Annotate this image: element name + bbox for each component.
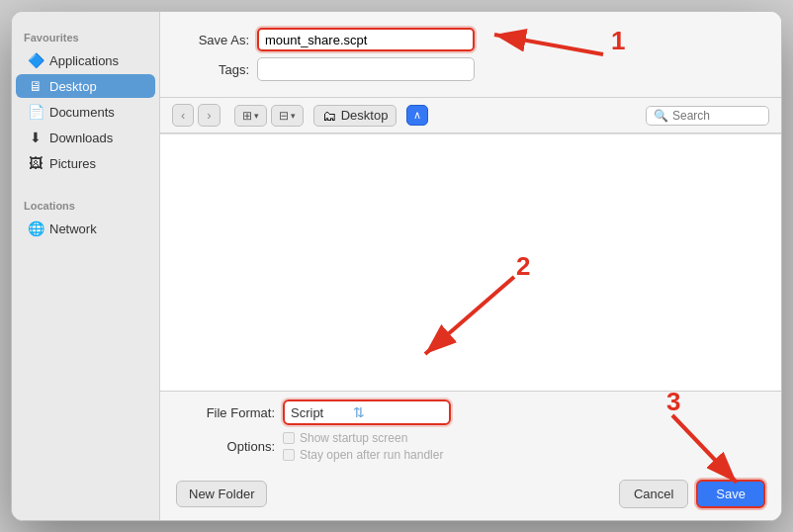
pictures-label: Pictures xyxy=(49,156,96,171)
option1-checkbox[interactable] xyxy=(283,432,295,444)
format-select-arrow: ⇅ xyxy=(353,404,365,420)
toolbar: ‹ › ⊞ ▾ ⊟ ▾ 🗂 Desktop ∧ 🔍 xyxy=(160,98,781,133)
sidebar-item-pictures[interactable]: 🖼 Pictures xyxy=(16,151,155,175)
sidebar-item-network[interactable]: 🌐 Network xyxy=(16,217,155,240)
options-row: Options: Show startup screen Stay open a… xyxy=(176,431,765,462)
expand-button[interactable]: ∧ xyxy=(406,105,428,126)
footer-right: Cancel Save xyxy=(619,480,765,508)
main-content: Save As: Tags: ‹ › ⊞ ▾ ⊟ ▾ xyxy=(160,12,781,520)
save-as-row: Save As: xyxy=(180,28,761,51)
documents-label: Documents xyxy=(49,105,115,120)
tags-label: Tags: xyxy=(180,62,249,77)
list-view-button[interactable]: ⊟ ▾ xyxy=(271,105,304,127)
list-icon: ⊟ xyxy=(279,109,289,123)
file-format-select[interactable]: Script ⇅ xyxy=(283,399,451,425)
documents-icon: 📄 xyxy=(28,104,44,120)
grid-arrow: ▾ xyxy=(254,111,259,121)
format-select-value: Script xyxy=(291,405,323,420)
network-icon: 🌐 xyxy=(28,221,44,236)
option2-label: Stay open after run handler xyxy=(300,448,443,462)
option2-item: Stay open after run handler xyxy=(283,448,443,462)
top-form: Save As: Tags: xyxy=(160,12,781,98)
save-dialog: Favourites 🔷 Applications 🖥 Desktop 📄 Do… xyxy=(11,11,782,521)
back-button[interactable]: ‹ xyxy=(172,104,194,127)
locations-label: Locations xyxy=(12,192,159,216)
favourites-label: Favourites xyxy=(12,24,159,47)
network-label: Network xyxy=(49,222,97,236)
location-label: Desktop xyxy=(341,108,389,123)
save-button[interactable]: Save xyxy=(696,480,765,508)
tags-input[interactable] xyxy=(257,57,475,81)
option2-checkbox[interactable] xyxy=(283,449,295,461)
applications-label: Applications xyxy=(49,53,119,68)
search-box: 🔍 xyxy=(646,106,769,126)
options-label: Options: xyxy=(176,439,275,454)
file-format-row: File Format: Script ⇅ xyxy=(176,399,765,425)
sidebar: Favourites 🔷 Applications 🖥 Desktop 📄 Do… xyxy=(12,12,160,520)
option1-label: Show startup screen xyxy=(300,431,407,445)
desktop-icon: 🖥 xyxy=(28,78,44,94)
option1-item: Show startup screen xyxy=(283,431,443,445)
grid-icon: ⊞ xyxy=(242,109,252,123)
locations-section: Locations 🌐 Network xyxy=(12,192,159,241)
save-as-label: Save As: xyxy=(180,33,249,47)
search-icon: 🔍 xyxy=(654,109,668,123)
file-area xyxy=(160,133,781,391)
forward-button[interactable]: › xyxy=(198,104,220,127)
sidebar-item-desktop[interactable]: 🖥 Desktop xyxy=(16,74,155,98)
tags-row: Tags: xyxy=(180,57,761,81)
save-as-input[interactable] xyxy=(257,28,475,51)
new-folder-button[interactable]: New Folder xyxy=(176,481,267,507)
footer: New Folder Cancel Save xyxy=(160,472,781,520)
cancel-button[interactable]: Cancel xyxy=(619,480,688,508)
sidebar-item-downloads[interactable]: ⬇ Downloads xyxy=(16,126,155,149)
search-input[interactable] xyxy=(672,109,761,123)
pictures-icon: 🖼 xyxy=(28,155,44,171)
file-format-label: File Format: xyxy=(176,405,275,420)
bottom-controls: File Format: Script ⇅ Options: Show star… xyxy=(160,391,781,472)
list-arrow: ▾ xyxy=(291,111,296,121)
sidebar-item-applications[interactable]: 🔷 Applications xyxy=(16,48,155,72)
downloads-label: Downloads xyxy=(49,131,113,145)
folder-icon: 🗂 xyxy=(322,108,336,124)
sidebar-item-documents[interactable]: 📄 Documents xyxy=(16,100,155,124)
desktop-label: Desktop xyxy=(49,79,97,94)
grid-view-button[interactable]: ⊞ ▾ xyxy=(234,105,267,127)
location-dropdown[interactable]: 🗂 Desktop xyxy=(313,105,397,127)
downloads-icon: ⬇ xyxy=(28,130,44,145)
applications-icon: 🔷 xyxy=(28,52,44,68)
options-col: Show startup screen Stay open after run … xyxy=(283,431,443,462)
